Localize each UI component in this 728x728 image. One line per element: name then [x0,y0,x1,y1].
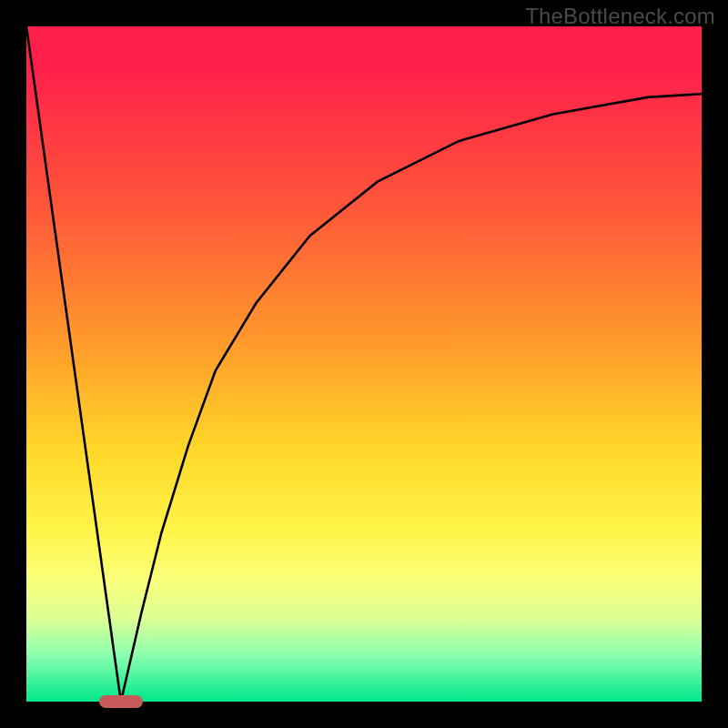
watermark-text: TheBottleneck.com [525,4,715,29]
chart-frame: TheBottleneck.com [0,0,728,728]
curve-right [121,94,702,702]
plot-area [26,26,702,702]
chart-lines [26,26,702,702]
bottleneck-marker [99,695,143,708]
curve-left-linear [26,26,121,702]
